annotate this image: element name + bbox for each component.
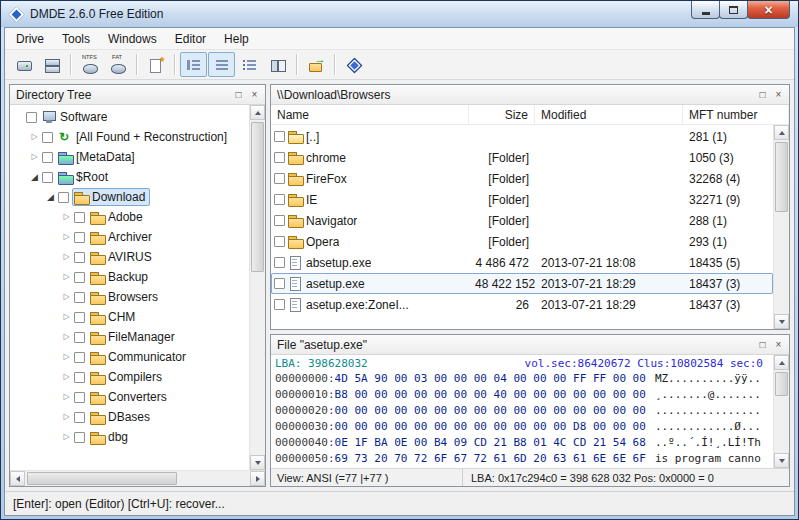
expand-icon[interactable]: ▷ xyxy=(60,347,73,367)
expand-icon[interactable]: ▷ xyxy=(60,407,73,427)
tree-item-root[interactable]: ◢$Root xyxy=(10,167,249,187)
file-row-navigator[interactable]: Navigator[Folder]288 (1) xyxy=(271,210,773,231)
checkbox[interactable] xyxy=(74,232,85,243)
expand-icon[interactable]: ▷ xyxy=(60,387,73,407)
tree-item-download[interactable]: ◢Download xyxy=(10,187,249,207)
float-panel-button[interactable]: □ xyxy=(231,87,246,102)
expand-icon[interactable]: ▷ xyxy=(60,327,73,347)
checkbox[interactable] xyxy=(274,299,285,310)
menu-item-drive[interactable]: Drive xyxy=(7,28,53,49)
hex-row[interactable]: 00000040:0E 1F BA 0E 00 B4 09 CD 21 B8 0… xyxy=(271,435,773,451)
scroll-down-button[interactable] xyxy=(250,455,265,470)
tree-item-chm[interactable]: ▷CHM xyxy=(10,307,249,327)
tree-vertical-scrollbar[interactable] xyxy=(249,105,265,470)
column-modified[interactable]: Modified xyxy=(535,105,683,124)
tree-item-all-found-reconstruction[interactable]: ▷[All Found + Reconstruction] xyxy=(10,127,249,147)
tree-pane-button[interactable] xyxy=(180,52,207,77)
scroll-up-button[interactable] xyxy=(774,355,789,370)
scroll-thumb[interactable] xyxy=(775,372,788,396)
hex-row[interactable]: 00000020:00 00 00 00 00 00 00 00 00 00 0… xyxy=(271,403,773,419)
checkbox[interactable] xyxy=(74,412,85,423)
checkbox[interactable] xyxy=(274,236,285,247)
scroll-track[interactable] xyxy=(774,370,789,453)
file-row-asetup-exe[interactable]: asetup.exe48 422 1522013-07-21 18:291843… xyxy=(271,273,773,294)
file-row-item[interactable]: [..]281 (1) xyxy=(271,126,773,147)
scroll-down-button[interactable] xyxy=(774,453,789,468)
checkbox[interactable] xyxy=(274,152,285,163)
hex-row[interactable]: 00000000:4D 5A 90 00 03 00 00 00 04 00 0… xyxy=(271,371,773,387)
column-name[interactable]: Name xyxy=(271,105,469,124)
scroll-right-button[interactable] xyxy=(250,471,265,486)
editor-button[interactable] xyxy=(340,52,367,77)
checkbox[interactable] xyxy=(274,131,285,142)
list-pane-button[interactable] xyxy=(208,52,235,77)
tree-item-software[interactable]: Software xyxy=(10,107,249,127)
file-row-absetup-exe[interactable]: absetup.exe4 486 4722013-07-21 18:081843… xyxy=(271,252,773,273)
file-row-firefox[interactable]: FireFox[Folder]32268 (4) xyxy=(271,168,773,189)
tree-item-backup[interactable]: ▷Backup xyxy=(10,267,249,287)
menu-item-help[interactable]: Help xyxy=(215,28,258,49)
recover-button[interactable] xyxy=(302,52,329,77)
fat-volume-button[interactable]: FAT xyxy=(104,52,131,77)
checkbox[interactable] xyxy=(74,432,85,443)
file-row-ie[interactable]: IE[Folder]32271 (9) xyxy=(271,189,773,210)
scroll-up-button[interactable] xyxy=(250,105,265,120)
preview-pane-button[interactable] xyxy=(264,52,291,77)
tree-item-dbg[interactable]: ▷dbg xyxy=(10,427,249,447)
expand-icon[interactable]: ▷ xyxy=(60,247,73,267)
scroll-thumb[interactable] xyxy=(775,142,788,212)
close-panel-button[interactable]: × xyxy=(247,87,262,102)
checkbox[interactable] xyxy=(74,252,85,263)
tree-item-metadata[interactable]: ▷[MetaData] xyxy=(10,147,249,167)
scroll-track[interactable] xyxy=(25,471,250,486)
expand-icon[interactable]: ▷ xyxy=(60,367,73,387)
checkbox[interactable] xyxy=(274,173,285,184)
checkbox[interactable] xyxy=(42,172,53,183)
file-row-opera[interactable]: Opera[Folder]293 (1) xyxy=(271,231,773,252)
hex-row[interactable]: 00000010:B8 00 00 00 00 00 00 00 40 00 0… xyxy=(271,387,773,403)
tree-item-avirus[interactable]: ▷AVIRUS xyxy=(10,247,249,267)
scroll-up-button[interactable] xyxy=(774,125,789,140)
expand-icon[interactable]: ▷ xyxy=(60,207,73,227)
files-vertical-scrollbar[interactable] xyxy=(773,125,789,329)
minimize-button[interactable] xyxy=(691,1,720,19)
expand-icon[interactable]: ▷ xyxy=(60,267,73,287)
scroll-left-button[interactable] xyxy=(10,471,25,486)
menu-item-windows[interactable]: Windows xyxy=(99,28,166,49)
checkbox[interactable] xyxy=(274,194,285,205)
expand-icon[interactable]: ▷ xyxy=(28,147,41,167)
ntfs-volume-button[interactable]: NTFS xyxy=(76,52,103,77)
checkbox[interactable] xyxy=(26,112,37,123)
file-row-asetup-exe-zonei[interactable]: asetup.exe:ZoneI...262013-07-21 18:29184… xyxy=(271,294,773,315)
float-panel-button[interactable]: □ xyxy=(755,337,770,352)
scroll-down-button[interactable] xyxy=(774,314,789,329)
float-panel-button[interactable]: □ xyxy=(755,87,770,102)
column-mft-number[interactable]: MFT number xyxy=(683,105,789,124)
tree-item-archiver[interactable]: ▷Archiver xyxy=(10,227,249,247)
hex-row[interactable]: 00000030:00 00 00 00 00 00 00 00 00 00 0… xyxy=(271,419,773,435)
checkbox[interactable] xyxy=(74,372,85,383)
tree-item-converters[interactable]: ▷Converters xyxy=(10,387,249,407)
checkbox[interactable] xyxy=(74,272,85,283)
expand-icon[interactable]: ▷ xyxy=(28,127,41,147)
checkbox[interactable] xyxy=(274,257,285,268)
tree-item-filemanager[interactable]: ▷FileManager xyxy=(10,327,249,347)
checkbox[interactable] xyxy=(42,152,53,163)
expand-icon[interactable]: ▷ xyxy=(60,427,73,447)
hex-row[interactable]: 00000050:69 73 20 70 72 6F 67 72 61 6D 2… xyxy=(271,451,773,467)
expand-icon[interactable]: ▷ xyxy=(60,227,73,247)
details-pane-button[interactable] xyxy=(236,52,263,77)
new-scan-button[interactable] xyxy=(142,52,169,77)
close-panel-button[interactable]: × xyxy=(771,87,786,102)
checkbox[interactable] xyxy=(74,312,85,323)
checkbox[interactable] xyxy=(74,392,85,403)
checkbox[interactable] xyxy=(74,352,85,363)
menu-item-editor[interactable]: Editor xyxy=(166,28,215,49)
tree-item-adobe[interactable]: ▷Adobe xyxy=(10,207,249,227)
checkbox[interactable] xyxy=(42,132,53,143)
collapse-icon[interactable]: ◢ xyxy=(28,167,41,187)
close-button[interactable]: × xyxy=(747,1,790,19)
tree-item-dbases[interactable]: ▷DBases xyxy=(10,407,249,427)
checkbox[interactable] xyxy=(58,192,69,203)
scroll-track[interactable] xyxy=(250,120,265,455)
